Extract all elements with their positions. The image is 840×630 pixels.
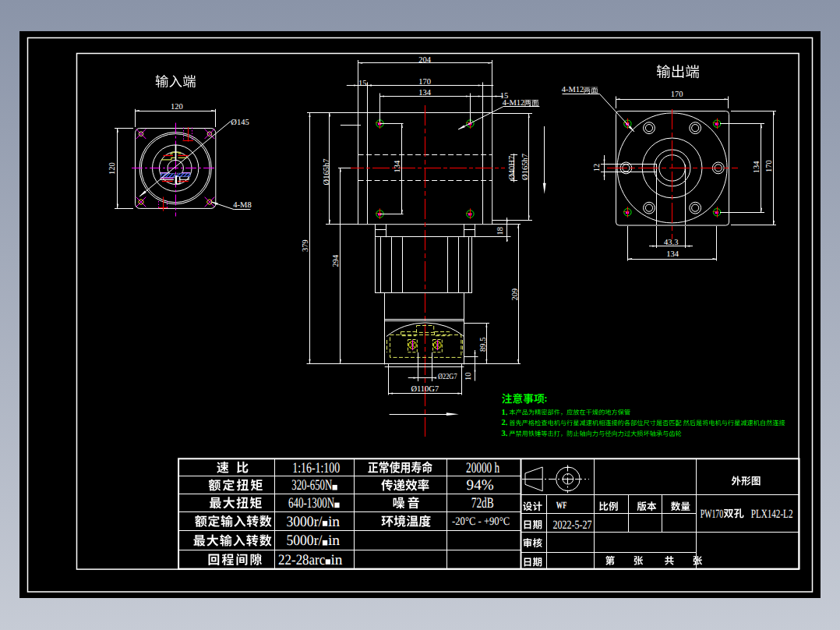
svg-text:134: 134 — [753, 161, 761, 174]
svg-text:379: 379 — [302, 239, 310, 252]
svg-text:2.: 2. — [502, 419, 508, 427]
svg-text:89.5: 89.5 — [479, 338, 488, 352]
svg-text:1:16-1:100: 1:16-1:100 — [292, 460, 340, 476]
svg-text:72dB: 72dB — [471, 495, 494, 511]
svg-text:22-28arc: 22-28arc — [278, 552, 325, 568]
svg-text:3.: 3. — [502, 430, 508, 438]
svg-text:43.3: 43.3 — [664, 239, 678, 247]
svg-text:15.: 15. — [358, 80, 369, 88]
svg-text:Ø165h7: Ø165h7 — [323, 159, 331, 186]
svg-text:320-650N: 320-650N — [291, 477, 332, 494]
svg-text:120: 120 — [109, 162, 118, 175]
svg-text:12: 12 — [593, 164, 602, 172]
svg-text:10: 10 — [464, 373, 473, 381]
svg-text:WF: WF — [556, 500, 567, 511]
svg-text:134: 134 — [666, 250, 679, 259]
svg-text:PW170: PW170 — [701, 508, 724, 521]
svg-text::: : — [544, 392, 547, 404]
svg-text:2022-5-27: 2022-5-27 — [552, 519, 591, 532]
svg-text:4-M12: 4-M12 — [562, 86, 584, 94]
svg-text:PLX142-L2: PLX142-L2 — [751, 508, 793, 521]
svg-text:134: 134 — [418, 89, 432, 97]
svg-text:134: 134 — [394, 160, 402, 173]
svg-text:Ø145: Ø145 — [231, 119, 249, 127]
svg-text:Ø22G7: Ø22G7 — [438, 373, 457, 381]
svg-text:4-M12: 4-M12 — [503, 99, 525, 108]
svg-text:3000r/: 3000r/ — [286, 514, 323, 530]
svg-text:Ø165h7: Ø165h7 — [521, 154, 530, 180]
svg-text:640-1300N: 640-1300N — [288, 495, 334, 511]
svg-text:294: 294 — [332, 254, 341, 267]
svg-text:-20°C - +90°C: -20°C - +90°C — [452, 515, 510, 528]
svg-text:Ø40H7: Ø40H7 — [508, 156, 517, 180]
svg-text:Ø110G7: Ø110G7 — [411, 385, 439, 394]
svg-text:94%: 94% — [467, 477, 494, 494]
svg-text:18: 18 — [496, 227, 505, 235]
svg-text:in: in — [328, 533, 341, 549]
svg-text:4-M8: 4-M8 — [233, 201, 251, 210]
svg-text:20000 h: 20000 h — [466, 460, 499, 476]
svg-text:170: 170 — [765, 160, 774, 172]
svg-text:120: 120 — [171, 103, 183, 111]
svg-text:1.: 1. — [502, 409, 508, 417]
svg-text:in: in — [331, 552, 344, 568]
svg-text:in: in — [328, 514, 341, 530]
svg-text:209: 209 — [511, 288, 520, 301]
svg-text:5000r/: 5000r/ — [286, 533, 323, 549]
svg-text:170: 170 — [671, 90, 683, 99]
svg-text:204: 204 — [418, 56, 432, 65]
svg-text:170: 170 — [418, 78, 431, 87]
